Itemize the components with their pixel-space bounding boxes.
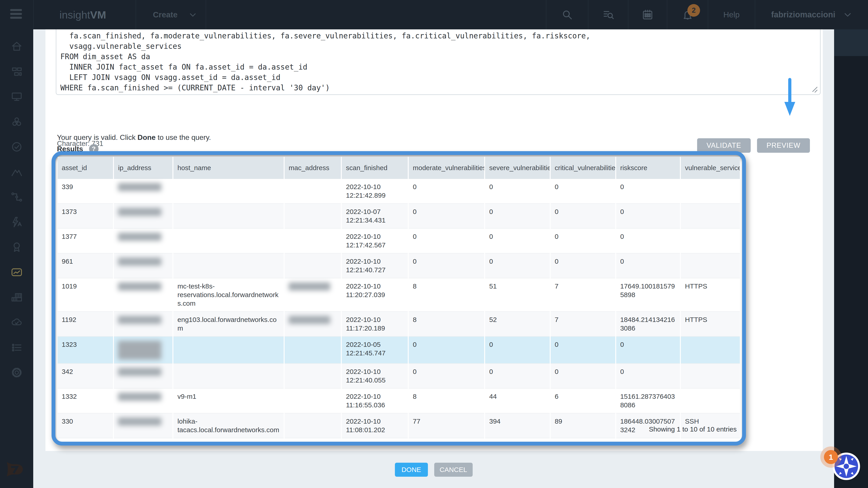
help-button[interactable]: Help xyxy=(708,0,755,29)
sidebar-item-dashboard[interactable] xyxy=(10,65,23,78)
table-row[interactable]: 330lohika-tacacs.local.forwardnetworks.c… xyxy=(58,413,740,438)
sidebar-item-automation-lightning[interactable] xyxy=(10,216,23,228)
sidebar-item-vulnerabilities-biohazard[interactable] xyxy=(10,116,23,128)
goals-mountain-icon xyxy=(10,166,23,178)
cell-critical-vulnerabilities: 0 xyxy=(550,203,616,228)
cell-ip-address xyxy=(114,278,173,312)
calendar-icon xyxy=(641,8,654,21)
sidebar-item-assets-monitor[interactable] xyxy=(10,90,23,103)
create-menu-button[interactable]: Create xyxy=(145,0,206,29)
console-building-icon xyxy=(10,291,23,304)
preview-button[interactable]: PREVIEW xyxy=(757,138,810,153)
cell-moderate-vulnerabilities: 8 xyxy=(408,278,485,312)
column-header-mac_address: mac_address xyxy=(284,157,342,179)
reports-chart-icon xyxy=(10,266,23,279)
cell-severe-vulnerabilities: 0 xyxy=(485,336,550,363)
table-row[interactable]: 1019mc-test-k8s-reservations.local.forwa… xyxy=(58,278,740,312)
sidebar-item-automation-path[interactable] xyxy=(10,191,23,203)
cell-moderate-vulnerabilities: 0 xyxy=(408,228,485,253)
cloud-check-icon xyxy=(10,316,23,329)
table-row[interactable]: 1192eng103.local.forwardnetworks.com2022… xyxy=(58,312,740,336)
list-search-icon xyxy=(602,8,615,21)
dialog-content-panel: fa.scan_finished, fa.moderate_vulnerabil… xyxy=(45,29,823,451)
table-row[interactable]: 1332v9-m12022-10-10 11:16:55.03684461516… xyxy=(58,388,740,413)
cell-moderate-vulnerabilities: 0 xyxy=(408,203,485,228)
hamburger-menu-icon[interactable] xyxy=(10,9,23,20)
cell-moderate-vulnerabilities: 77 xyxy=(408,413,485,438)
validate-button[interactable]: VALIDATE xyxy=(697,138,751,153)
message-suffix: to use the query. xyxy=(156,133,211,141)
column-header-moderate_vulnerabilities: moderate_vulnerabilities xyxy=(408,157,485,179)
redacted-ip-blur xyxy=(118,418,161,426)
table-row[interactable]: 9612022-10-10 12:21:40.7270000 xyxy=(58,253,740,278)
cell-ip-address xyxy=(114,253,173,278)
cell-vulnerable-services xyxy=(680,336,740,363)
cell-vulnerable-services: HTTPS xyxy=(680,312,740,336)
done-button[interactable]: DONE xyxy=(395,463,428,477)
logo-text-vm: VM xyxy=(90,8,106,21)
redacted-ip-blur xyxy=(118,341,161,360)
redacted-ip-blur xyxy=(118,368,161,376)
cell-asset-id: 1019 xyxy=(58,278,114,312)
table-row[interactable]: 13772022-10-10 12:17:42.5670000 xyxy=(58,228,740,253)
left-sidebar xyxy=(0,29,33,488)
cell-asset-id: 330 xyxy=(58,413,114,438)
cell-riskscore: 0 xyxy=(616,253,681,278)
table-row[interactable]: 3392022-10-10 12:21:42.8990000 xyxy=(58,179,740,203)
cell-moderate-vulnerabilities: 0 xyxy=(408,179,485,203)
notifications-button[interactable]: 2 xyxy=(667,0,708,29)
cell-ip-address xyxy=(114,413,173,438)
cell-riskscore: 0 xyxy=(616,363,681,388)
table-row[interactable]: 3422022-10-10 12:21:40.0550000 xyxy=(58,363,740,388)
user-menu-button[interactable]: fabriziomaccioni xyxy=(755,0,868,29)
sidebar-item-home[interactable] xyxy=(10,40,23,53)
cell-scan-finished: 2022-10-10 12:21:40.055 xyxy=(341,363,408,388)
cell-mac-address xyxy=(284,228,342,253)
sidebar-item-logs-list[interactable] xyxy=(10,341,23,354)
cell-mac-address xyxy=(284,278,342,312)
cell-mac-address xyxy=(284,388,342,413)
query-library-button[interactable] xyxy=(588,0,628,29)
cell-mac-address xyxy=(284,179,342,203)
sidebar-item-console-building[interactable] xyxy=(10,291,23,304)
table-row[interactable]: 13732022-10-07 12:21:34.4310000 xyxy=(58,203,740,228)
sidebar-item-policies-check[interactable] xyxy=(10,140,23,153)
cell-asset-id: 1323 xyxy=(58,336,114,363)
cell-ip-address xyxy=(114,228,173,253)
sidebar-item-cloud-check[interactable] xyxy=(10,316,23,329)
cell-critical-vulnerabilities: 6 xyxy=(550,388,616,413)
logs-list-icon xyxy=(10,341,23,354)
cell-critical-vulnerabilities: 7 xyxy=(550,278,616,312)
sidebar-item-goals-mountain[interactable] xyxy=(10,166,23,178)
calendar-button[interactable] xyxy=(628,0,667,29)
cancel-button[interactable]: CANCEL xyxy=(434,463,473,477)
redacted-ip-blur xyxy=(118,393,161,401)
cell-host-name xyxy=(173,179,284,203)
cell-mac-address xyxy=(284,203,342,228)
cell-vulnerable-services xyxy=(680,253,740,278)
automation-lightning-icon xyxy=(10,216,23,228)
table-row[interactable]: 13232022-10-05 12:21:45.7470000 xyxy=(58,336,740,363)
sidebar-item-reports-chart[interactable] xyxy=(10,266,23,279)
column-header-riskscore: riskscore xyxy=(616,157,681,179)
right-background-rail xyxy=(834,29,868,488)
sql-query-text: fa.scan_finished, fa.moderate_vulnerabil… xyxy=(56,28,820,96)
results-table: asset_idip_addresshost_namemac_addresssc… xyxy=(58,157,740,438)
search-button[interactable] xyxy=(546,0,588,29)
redacted-ip-blur xyxy=(118,316,161,324)
cell-critical-vulnerabilities: 0 xyxy=(550,179,616,203)
cell-severe-vulnerabilities: 0 xyxy=(485,253,550,278)
textarea-resize-handle[interactable] xyxy=(811,86,819,94)
sql-query-editor[interactable]: fa.scan_finished, fa.moderate_vulnerabil… xyxy=(56,28,820,95)
cell-scan-finished: 2022-10-10 11:16:55.036 xyxy=(341,388,408,413)
cell-critical-vulnerabilities: 0 xyxy=(550,336,616,363)
sidebar-item-settings-gear[interactable] xyxy=(10,366,23,379)
sidebar-item-award[interactable] xyxy=(10,241,23,254)
floating-count-badge[interactable]: 1 xyxy=(824,450,838,464)
redacted-mac-blur xyxy=(289,316,330,324)
cell-ip-address xyxy=(114,203,173,228)
cell-severe-vulnerabilities: 52 xyxy=(485,312,550,336)
redacted-ip-blur xyxy=(118,233,161,241)
cell-ip-address xyxy=(114,336,173,363)
redacted-ip-blur xyxy=(118,258,161,266)
